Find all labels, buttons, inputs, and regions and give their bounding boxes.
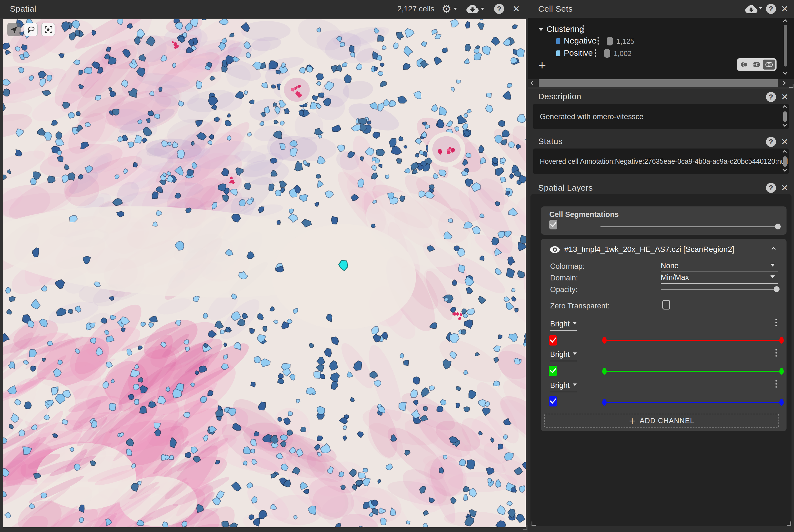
- set-size-badge: [607, 37, 613, 45]
- cell-segmentations-card: Cell Segmentations: [541, 206, 787, 235]
- zero-transparent-checkbox[interactable]: [662, 300, 670, 309]
- add-channel-button[interactable]: + ADD CHANNEL: [544, 414, 779, 428]
- scroll-left-icon[interactable]: [530, 81, 535, 86]
- layer-visibility-eye-icon[interactable]: [549, 246, 560, 254]
- tree-node-label[interactable]: Negative: [564, 36, 597, 45]
- channel-menu-icon[interactable]: [775, 319, 777, 326]
- scroll-down-icon[interactable]: [783, 167, 787, 172]
- scroll-thumb[interactable]: [783, 156, 787, 167]
- channel-range-slider[interactable]: [604, 371, 781, 372]
- expand-caret-icon[interactable]: [539, 28, 543, 31]
- scroll-thumb[interactable]: [783, 111, 787, 122]
- cloud-download-icon[interactable]: [467, 4, 479, 13]
- scroll-up-icon[interactable]: [783, 150, 787, 155]
- colormap-select[interactable]: None: [661, 261, 778, 272]
- tree-node-menu-icon[interactable]: [583, 25, 584, 33]
- spatial-layers-help-icon[interactable]: ?: [766, 183, 776, 193]
- center-focus-icon: [44, 25, 53, 34]
- range-thumb-high[interactable]: [779, 337, 784, 344]
- tree-node-menu-icon[interactable]: [595, 49, 596, 57]
- zero-transparent-label: Zero Transparent:: [550, 302, 610, 310]
- lasso-tool-button[interactable]: [24, 23, 37, 36]
- intersection-icon[interactable]: [751, 60, 762, 69]
- slider-thumb[interactable]: [774, 286, 780, 292]
- cell-sets-resize-handle[interactable]: [789, 84, 793, 88]
- scroll-right-icon[interactable]: [781, 81, 786, 86]
- set-color-swatch[interactable]: [556, 51, 560, 56]
- range-thumb-high[interactable]: [779, 399, 784, 406]
- channel-visibility-checkbox[interactable]: [549, 366, 557, 376]
- range-thumb-low[interactable]: [602, 337, 607, 344]
- description-scrollbar[interactable]: [783, 103, 788, 129]
- channel-range-slider[interactable]: [604, 340, 781, 341]
- select-caret-icon: [771, 264, 775, 267]
- set-color-swatch[interactable]: [556, 38, 560, 44]
- scroll-down-icon[interactable]: [783, 122, 787, 127]
- close-icon[interactable]: ✕: [512, 4, 520, 13]
- scroll-up-icon[interactable]: [783, 105, 787, 110]
- add-set-button[interactable]: +: [538, 59, 547, 71]
- help-icon[interactable]: ?: [494, 4, 504, 14]
- status-close-icon[interactable]: ✕: [781, 137, 789, 146]
- channel-selector[interactable]: Bright: [550, 350, 577, 361]
- complement-icon[interactable]: [763, 60, 775, 70]
- cell-sets-download-icon[interactable]: [745, 5, 757, 14]
- channel-menu-icon[interactable]: [775, 380, 777, 388]
- status-help-icon[interactable]: ?: [766, 137, 776, 147]
- channel-selector-value: Bright: [550, 320, 570, 328]
- channel-range-slider[interactable]: [604, 402, 781, 403]
- layer-name[interactable]: #13_Impl4_1wk_20x_HE_AS7.czi [ScanRegion…: [564, 245, 734, 254]
- cell-segmentations-opacity-slider[interactable]: [600, 226, 778, 227]
- channel-selector[interactable]: Bright: [550, 381, 577, 392]
- tree-horizontal-scrollbar[interactable]: [528, 79, 794, 87]
- cell-segmentations-checkbox[interactable]: [549, 220, 557, 229]
- set-size-count: 1,002: [613, 49, 631, 58]
- cloud-caret-icon[interactable]: [481, 8, 484, 10]
- scroll-down-icon[interactable]: [783, 70, 788, 75]
- settings-caret-icon[interactable]: [454, 8, 457, 10]
- union-icon[interactable]: [738, 60, 750, 69]
- layers-resize-handle-left[interactable]: [532, 521, 536, 526]
- channel-visibility-checkbox[interactable]: [549, 396, 557, 406]
- range-thumb-low[interactable]: [602, 399, 607, 406]
- spatial-panel: Spatial 2,127 cells ⚙ ? ✕: [0, 0, 528, 532]
- scroll-up-icon[interactable]: [783, 19, 788, 24]
- spatial-layers-title: Spatial Layers: [538, 180, 593, 195]
- cell-sets-download-caret-icon[interactable]: [759, 7, 762, 10]
- cell-sets-close-icon[interactable]: ✕: [781, 4, 789, 13]
- plus-icon: +: [629, 416, 636, 425]
- cell-sets-title: Cell Sets: [538, 0, 573, 18]
- layer-opacity-slider[interactable]: [661, 289, 777, 290]
- tree-node-label[interactable]: Clustering: [547, 24, 584, 34]
- spatial-panel-title: Spatial: [10, 0, 36, 18]
- layer-collapse-icon[interactable]: [772, 247, 776, 252]
- channel-menu-icon[interactable]: [775, 349, 777, 357]
- pointer-tool-button[interactable]: [7, 23, 20, 36]
- scroll-thumb[interactable]: [784, 25, 787, 66]
- layers-resize-handle-right[interactable]: [787, 521, 791, 526]
- description-text: Generated with omero-vitessce: [540, 113, 644, 121]
- cell-sets-help-icon[interactable]: ?: [766, 4, 776, 14]
- spatial-layers-section: Spatial Layers ? ✕ Cell Segmentations #1…: [528, 179, 794, 532]
- tree-vertical-scrollbar[interactable]: [783, 18, 788, 79]
- recenter-tool-button[interactable]: [42, 23, 55, 36]
- status-section: Status ? ✕ Hovered cell Annotation:Negat…: [528, 134, 794, 179]
- channel-visibility-checkbox[interactable]: [549, 335, 557, 345]
- range-thumb-low[interactable]: [602, 368, 607, 375]
- description-title: Description: [538, 89, 582, 103]
- range-thumb-high[interactable]: [779, 368, 784, 375]
- description-help-icon[interactable]: ?: [766, 92, 776, 102]
- scroll-thumb[interactable]: [539, 79, 778, 87]
- channel-selector[interactable]: Bright: [550, 320, 577, 331]
- settings-gear-icon[interactable]: ⚙: [441, 3, 451, 14]
- description-section: Description ? ✕ Generated with omero-vit…: [528, 89, 794, 134]
- status-scrollbar[interactable]: [783, 149, 788, 174]
- spatial-layers-close-icon[interactable]: ✕: [781, 184, 789, 192]
- slider-thumb[interactable]: [775, 224, 781, 229]
- spatial-view[interactable]: [3, 19, 526, 527]
- spatial-resize-handle[interactable]: [523, 525, 527, 530]
- description-close-icon[interactable]: ✕: [781, 93, 789, 101]
- tree-node-label[interactable]: Positive: [564, 48, 593, 58]
- tree-node-menu-icon[interactable]: [598, 37, 599, 44]
- domain-select[interactable]: Min/Max: [661, 273, 778, 284]
